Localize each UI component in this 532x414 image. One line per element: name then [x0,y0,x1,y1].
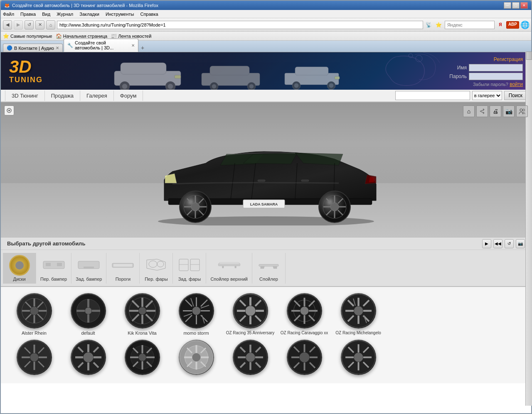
wheel-momo-storm[interactable]: momo storm [171,293,221,336]
register-link[interactable]: Регистрация [494,56,523,62]
password-input[interactable] [469,73,523,80]
play-button[interactable]: ▶ [482,239,491,248]
share-icon-btn[interactable] [476,105,488,117]
url-input[interactable] [57,21,423,29]
svg-rect-75 [259,265,278,267]
new-tab-button[interactable]: + [139,44,146,51]
minimize-button[interactable]: ─ [504,2,511,9]
svg-point-153 [30,353,38,362]
wheel-row2-4[interactable] [171,340,221,377]
threshold-icon-container [111,255,134,276]
wheel-img-r2-6 [287,340,322,375]
top-spoiler-icon-container [218,255,241,276]
part-front-bumper[interactable]: Пер. бампер [36,253,71,284]
wheel-kik-krona-vita[interactable]: Kik Krona Vita [117,293,167,336]
nav-search-scope[interactable]: в галерее [472,91,502,100]
users-icon-btn[interactable] [516,105,528,117]
home-icon-btn[interactable]: ⌂ [463,105,475,117]
prev-button[interactable]: ◀◀ [493,239,502,248]
nav-forum[interactable]: Форум [114,91,143,101]
part-spoiler2[interactable]: Спойлер [252,253,286,284]
nav-sale[interactable]: Продажа [45,91,80,101]
site-logo[interactable]: 3D TUNING [1,54,51,88]
tuning-close-button[interactable] [4,105,14,115]
menu-help[interactable]: Справка [140,12,158,17]
parts-selector-bar: Диски Пер. бампер [1,250,531,287]
tab-tuning-close[interactable]: ✕ [131,43,135,48]
firefox-icon: 🦊 [4,3,10,8]
wheel-oz-caravaggio[interactable]: OZ Racing Caravaggio xx [279,293,329,336]
part-top-spoiler[interactable]: Спойлер верхний [206,253,252,284]
wheels-row-1: Alster Rhein default [1,287,531,338]
svg-rect-33 [301,180,309,181]
tuning-close-area [4,105,14,115]
tab-vkontakte[interactable]: 🔵 В Контакте | Аудио ✕ [3,44,63,52]
wheel-row2-3[interactable] [117,340,167,377]
adblock-button[interactable]: ABP [506,21,519,29]
wheel-row2-6[interactable] [279,340,329,377]
svg-rect-19 [335,76,340,79]
maximize-button[interactable]: □ [512,2,520,9]
svg-point-21 [409,54,413,58]
home-button[interactable]: ⌂ [46,20,55,29]
login-button[interactable]: войти [510,81,523,87]
addon-icon[interactable]: 🌐 [521,21,529,29]
svg-point-10 [212,84,216,88]
tab-tuning[interactable]: 🔧 Создайте свой автомобиль | 3D... ✕ [64,39,138,52]
nav-gallery[interactable]: Галерея [80,91,114,101]
part-thresholds[interactable]: Пороги [106,253,140,284]
wheel-oz-michelangelo-svg [341,293,376,328]
vertical-scrollbar[interactable] [525,51,532,406]
forgot-password-link[interactable]: Забыли пароль? [473,82,508,87]
svg-rect-73 [222,266,224,268]
window-controls[interactable]: ─ □ ✕ [504,2,528,9]
part-disks[interactable]: Диски [3,253,36,284]
wheel-r2-5-svg [233,340,268,375]
part-rear-lights[interactable]: Зад. фары [173,253,206,284]
nav-search-button[interactable]: Поиск [504,91,527,100]
bookmark-popular[interactable]: ⭐ Самые популярные [3,33,52,39]
bookmark-star-icon[interactable]: ⭐ [435,21,443,29]
wheel-img-r2-2 [71,340,106,375]
menu-view[interactable]: Вид [42,12,50,17]
wheel-oz-michelangelo[interactable]: OZ Racing Michelangelo [333,293,383,336]
part-front-lights[interactable]: Пер. фары [140,253,173,284]
rotate-button[interactable]: ↺ [505,239,514,248]
wheel-alster-rhein[interactable]: Alster Rhein [9,293,59,336]
nav-search-input[interactable] [395,91,470,100]
nav-3dtuning[interactable]: 3D Тюнинг [5,91,45,101]
bookmark-news[interactable]: 📰 Лента новостей [111,33,151,39]
rear-lights-icon [178,257,201,274]
wheel-row2-1[interactable] [9,340,59,377]
password-label: Пароль [448,73,467,79]
svg-point-18 [329,83,333,88]
svg-point-174 [138,354,146,361]
reload-button[interactable]: ↺ [25,20,34,29]
wheel-alster-rhein-svg [17,293,52,328]
search-input[interactable] [445,21,495,29]
camera-icon-btn[interactable]: 📷 [503,105,515,117]
menu-edit[interactable]: Правка [20,12,36,17]
nav-search-area: в галерее Поиск [395,91,527,100]
username-input[interactable] [469,64,523,71]
close-button[interactable]: ✕ [520,2,528,9]
print-icon-btn[interactable]: 🖨 [490,105,501,117]
wheel-img-3 [125,293,160,328]
menu-tools[interactable]: Инструменты [106,12,134,17]
tab-vk-close[interactable]: ✕ [56,46,59,50]
wheel-row2-5[interactable] [225,340,275,377]
part-rear-bumper[interactable]: Зад. бампер [71,253,106,284]
camera-angle-button[interactable]: 📷 [516,239,525,248]
menu-file[interactable]: Файл [3,12,14,17]
bookmark-home[interactable]: 🏠 Начальная страница [56,33,107,39]
menu-history[interactable]: Журнал [57,12,73,17]
stop-button[interactable]: ✕ [35,20,44,29]
scrollbar-thumb[interactable] [526,51,532,60]
back-button[interactable]: ◀ [3,20,12,29]
forward-button[interactable]: ▶ [14,20,23,29]
wheel-row2-2[interactable] [63,340,113,377]
wheel-default[interactable]: default [63,293,113,336]
wheel-oz35[interactable]: OZ Racing 35 Anniversary [225,293,275,336]
wheel-row2-7[interactable] [333,340,383,377]
menu-bookmarks[interactable]: Закладки [79,12,99,17]
